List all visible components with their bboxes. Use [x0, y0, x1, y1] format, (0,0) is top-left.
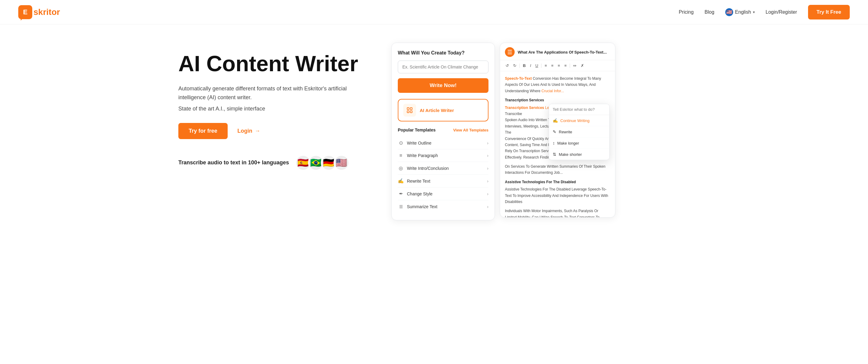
- change-style-icon: ✒: [398, 191, 404, 196]
- right-panel-header: What Are The Applications Of Speech-To-T…: [500, 43, 615, 60]
- hero-actions: Try for free Login →: [178, 123, 373, 139]
- summarize-text-label: Summarize Text: [407, 204, 437, 209]
- chevron-right-icon: ›: [487, 166, 489, 171]
- logo[interactable]: E skritor: [18, 5, 60, 19]
- write-intro-icon: ◎: [398, 165, 404, 171]
- language-text: English: [735, 9, 751, 15]
- write-paragraph-label: Write Paragraph: [407, 153, 438, 158]
- template-write-paragraph[interactable]: ≡ Write Paragraph ›: [398, 149, 489, 162]
- hero-description: Automatically generate different formats…: [178, 84, 373, 102]
- right-panel: What Are The Applications Of Speech-To-T…: [500, 42, 615, 218]
- template-write-intro[interactable]: ◎ Write Intro/Conclusion ›: [398, 162, 489, 175]
- section3-body: Assistive Technologies For The Disabled …: [505, 186, 610, 205]
- left-panel: What Will You Create Today? Write Now! A…: [392, 42, 495, 220]
- arrow-icon: →: [255, 128, 260, 134]
- logo-icon: E: [18, 5, 32, 19]
- try-it-free-button[interactable]: Try It Free: [808, 5, 850, 20]
- write-now-button[interactable]: Write Now!: [398, 78, 489, 93]
- flag-icon: 🇺🇸: [725, 8, 733, 16]
- continue-writing-icon: ✍: [553, 118, 558, 123]
- content-intro: Speech-To-Text Conversion Has Become Int…: [505, 75, 610, 94]
- popular-header: Popular Templates View All Templates: [398, 127, 489, 132]
- chevron-right-icon: ›: [487, 153, 489, 158]
- panel-title: What Will You Create Today?: [398, 50, 489, 56]
- svg-rect-1: [410, 108, 412, 110]
- write-intro-label: Write Intro/Conclusion: [407, 166, 448, 171]
- template-rewrite-text[interactable]: ✍ Rewrite Text ›: [398, 175, 489, 187]
- ordered-list-button[interactable]: ≡: [543, 63, 548, 68]
- svg-rect-3: [410, 111, 412, 113]
- ai-action-dropdown: ✍ Continue Writing ✎ Rewrite ↕ Make long…: [549, 104, 610, 160]
- make-longer-option[interactable]: ↕ Make longer: [549, 138, 609, 149]
- pricing-link[interactable]: Pricing: [679, 9, 693, 15]
- ai-article-card[interactable]: AI Article Writer: [398, 99, 489, 121]
- blog-link[interactable]: Blog: [705, 9, 714, 15]
- toolbar-separator: [570, 64, 570, 68]
- transcribe-section: Transcribe audio to text in 100+ languag…: [178, 155, 373, 171]
- change-style-label: Change Style: [407, 191, 432, 196]
- hero-right: What Will You Create Today? Write Now! A…: [392, 42, 690, 220]
- dropdown-input[interactable]: [549, 104, 609, 115]
- hero-section: AI Content Writer Automatically generate…: [160, 24, 708, 233]
- make-longer-label: Make longer: [557, 141, 579, 146]
- logo-text: skritor: [33, 7, 60, 17]
- hero-left: AI Content Writer Automatically generate…: [178, 42, 373, 171]
- rewrite-icon: ✎: [553, 129, 556, 134]
- flag-american: 🇺🇸: [334, 155, 349, 171]
- ai-icon: [403, 104, 416, 117]
- italic-button[interactable]: I: [529, 63, 532, 68]
- popular-templates-title: Popular Templates: [398, 127, 436, 132]
- section4-body: Individuals With Motor Impairments, Such…: [505, 208, 610, 217]
- flags-row: 🇪🇸 🇧🇷 🇩🇪 🇺🇸: [295, 155, 349, 171]
- section1-title: Transcription Services: [505, 97, 610, 103]
- view-all-link[interactable]: View All Templates: [453, 128, 489, 132]
- ai-article-label: AI Article Writer: [420, 108, 454, 113]
- toolbar-separator: [541, 64, 541, 68]
- summarize-text-icon: ≣: [398, 204, 404, 209]
- rewrite-text-icon: ✍: [398, 178, 404, 184]
- editor-toolbar: ↺ ↻ B I U ≡ ≡ ≡ ≡ ⇔ ✗: [500, 60, 615, 71]
- template-summarize-text[interactable]: ≣ Summarize Text ›: [398, 200, 489, 213]
- make-shorter-label: Make shorter: [559, 152, 582, 157]
- unordered-list-button[interactable]: ≡: [550, 63, 555, 68]
- try-for-free-button[interactable]: Try for free: [178, 123, 228, 139]
- template-change-style[interactable]: ✒ Change Style ›: [398, 187, 489, 200]
- chevron-right-icon: ›: [487, 179, 489, 184]
- login-text: Login: [238, 128, 252, 134]
- undo-button[interactable]: ↺: [504, 63, 510, 68]
- section3-title: Assistive Technologies For The Disabled: [505, 179, 610, 185]
- continue-writing-label: Continue Writing: [560, 118, 590, 123]
- menu-icon[interactable]: [505, 47, 515, 57]
- make-shorter-icon: ⇅: [553, 152, 556, 157]
- redo-button[interactable]: ↻: [512, 63, 518, 68]
- templates-list: ⊙ Write Outline › ≡ Write Paragraph › ◎: [398, 136, 489, 213]
- login-register-link[interactable]: Login/Register: [766, 9, 797, 15]
- language-selector[interactable]: 🇺🇸 English ▾: [725, 8, 754, 16]
- topic-input[interactable]: [398, 61, 489, 73]
- link-button[interactable]: ⇔: [572, 63, 578, 68]
- right-panel-title: What Are The Applications Of Speech-To-T…: [518, 50, 610, 55]
- rewrite-text-label: Rewrite Text: [407, 179, 430, 184]
- svg-rect-0: [407, 108, 409, 110]
- svg-rect-2: [407, 111, 409, 113]
- rewrite-option[interactable]: ✎ Rewrite: [549, 126, 609, 138]
- bold-button[interactable]: B: [522, 63, 527, 68]
- chevron-down-icon: ▾: [753, 10, 755, 14]
- align-right-button[interactable]: ≡: [563, 63, 568, 68]
- make-shorter-option[interactable]: ⇅ Make shorter: [549, 149, 609, 160]
- navbar: E skritor Pricing Blog 🇺🇸 English ▾ Logi…: [0, 0, 868, 24]
- hero-title: AI Content Writer: [178, 52, 373, 76]
- nav-links: Pricing Blog 🇺🇸 English ▾ Login/Register…: [679, 5, 850, 20]
- continue-writing-option[interactable]: ✍ Continue Writing: [549, 115, 609, 126]
- write-paragraph-icon: ≡: [398, 153, 404, 158]
- write-outline-label: Write Outline: [407, 141, 432, 146]
- align-left-button[interactable]: ≡: [557, 63, 561, 68]
- make-longer-icon: ↕: [553, 141, 555, 146]
- clear-format-button[interactable]: ✗: [580, 63, 585, 68]
- transcribe-text: Transcribe audio to text in 100+ languag…: [178, 159, 289, 166]
- toolbar-separator: [520, 64, 520, 68]
- template-write-outline[interactable]: ⊙ Write Outline ›: [398, 136, 489, 149]
- login-action[interactable]: Login →: [238, 128, 260, 134]
- underline-button[interactable]: U: [534, 63, 539, 68]
- chevron-right-icon: ›: [487, 141, 489, 146]
